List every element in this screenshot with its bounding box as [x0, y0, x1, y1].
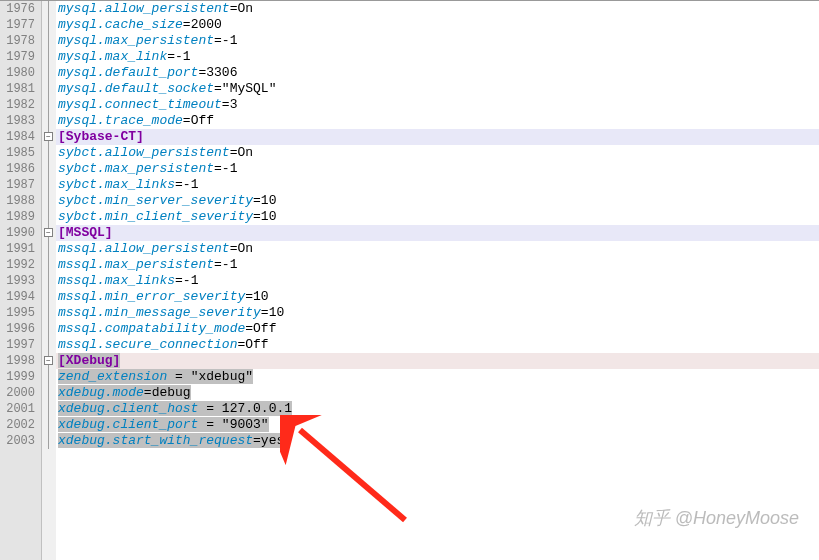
config-value: -1 [183, 177, 199, 192]
config-entry[interactable]: xdebug.start_with_request=yes [56, 433, 819, 449]
config-key: mssql.min_error_severity [58, 289, 245, 304]
config-entry[interactable]: zend_extension = "xdebug" [56, 369, 819, 385]
config-entry[interactable]: xdebug.mode=debug [56, 385, 819, 401]
config-key: sybct.min_server_severity [58, 193, 253, 208]
config-entry[interactable]: xdebug.client_host = 127.0.0.1 [56, 401, 819, 417]
config-key: mssql.max_links [58, 273, 175, 288]
equals-sign: = [253, 433, 261, 448]
config-value: 10 [261, 209, 277, 224]
section-header[interactable]: [MSSQL] [56, 225, 819, 241]
line-number: 1980 [6, 65, 35, 81]
line-number: 2001 [6, 401, 35, 417]
equals-sign: = [245, 321, 253, 336]
code-area[interactable]: mysql.allow_persistent=Onmysql.cache_siz… [56, 1, 819, 560]
equals-sign: = [214, 257, 222, 272]
config-key: mysql.allow_persistent [58, 1, 230, 16]
config-entry[interactable]: mysql.default_socket="MySQL" [56, 81, 819, 97]
line-number: 1976 [6, 1, 35, 17]
line-number: 1990 [6, 225, 35, 241]
config-key: sybct.max_links [58, 177, 175, 192]
equals-sign: = [167, 369, 190, 384]
line-number: 1997 [6, 337, 35, 353]
line-number: 1977 [6, 17, 35, 33]
config-entry[interactable]: mysql.trace_mode=Off [56, 113, 819, 129]
line-number: 1996 [6, 321, 35, 337]
config-entry[interactable]: sybct.min_server_severity=10 [56, 193, 819, 209]
line-number: 1982 [6, 97, 35, 113]
config-value: -1 [222, 257, 238, 272]
equals-sign: = [175, 177, 183, 192]
fold-toggle-icon[interactable]: − [44, 228, 53, 237]
config-entry[interactable]: sybct.max_links=-1 [56, 177, 819, 193]
section-name: [Sybase-CT] [58, 129, 144, 144]
config-entry[interactable]: mssql.allow_persistent=On [56, 241, 819, 257]
config-entry[interactable]: mssql.min_message_severity=10 [56, 305, 819, 321]
line-number: 1999 [6, 369, 35, 385]
equals-sign: = [245, 289, 253, 304]
config-entry[interactable]: sybct.allow_persistent=On [56, 145, 819, 161]
config-value: On [237, 241, 253, 256]
fold-toggle-icon[interactable]: − [44, 132, 53, 141]
config-entry[interactable]: mssql.min_error_severity=10 [56, 289, 819, 305]
config-entry[interactable]: mssql.compatability_mode=Off [56, 321, 819, 337]
config-key: mysql.connect_timeout [58, 97, 222, 112]
blank-line [56, 465, 819, 481]
config-entry[interactable]: mysql.allow_persistent=On [56, 1, 819, 17]
config-key: mysql.max_link [58, 49, 167, 64]
line-number: 1986 [6, 161, 35, 177]
config-entry[interactable]: mysql.connect_timeout=3 [56, 97, 819, 113]
equals-sign: = [214, 81, 222, 96]
equals-sign: = [144, 385, 152, 400]
config-entry[interactable]: xdebug.client_port = "9003" [56, 417, 819, 433]
config-value: Off [245, 337, 268, 352]
config-value: yes [261, 433, 284, 448]
section-header[interactable]: [Sybase-CT] [56, 129, 819, 145]
code-editor[interactable]: 1976197719781979198019811982198319841985… [0, 0, 819, 560]
blank-line [56, 497, 819, 513]
equals-sign: = [198, 417, 221, 432]
config-entry[interactable]: sybct.max_persistent=-1 [56, 161, 819, 177]
line-number: 1995 [6, 305, 35, 321]
config-key: xdebug.client_host [58, 401, 198, 416]
config-entry[interactable]: mysql.max_persistent=-1 [56, 33, 819, 49]
config-value: -1 [175, 49, 191, 64]
config-key: xdebug.client_port [58, 417, 198, 432]
equals-sign: = [183, 17, 191, 32]
config-key: mssql.allow_persistent [58, 241, 230, 256]
config-key: mysql.cache_size [58, 17, 183, 32]
config-value: -1 [222, 161, 238, 176]
config-entry[interactable]: mysql.max_link=-1 [56, 49, 819, 65]
config-entry[interactable]: mysql.default_port=3306 [56, 65, 819, 81]
equals-sign: = [214, 161, 222, 176]
config-key: sybct.allow_persistent [58, 145, 230, 160]
config-value: "MySQL" [222, 81, 277, 96]
config-value: "xdebug" [191, 369, 253, 384]
config-key: mysql.default_port [58, 65, 198, 80]
section-name: [MSSQL] [58, 225, 113, 240]
config-key: mysql.max_persistent [58, 33, 214, 48]
line-number: 1981 [6, 81, 35, 97]
line-number: 2000 [6, 385, 35, 401]
blank-line [56, 529, 819, 545]
config-entry[interactable]: mssql.secure_connection=Off [56, 337, 819, 353]
config-entry[interactable]: mssql.max_persistent=-1 [56, 257, 819, 273]
line-number: 1992 [6, 257, 35, 273]
line-number: 1988 [6, 193, 35, 209]
config-entry[interactable]: mssql.max_links=-1 [56, 273, 819, 289]
config-key: xdebug.mode [58, 385, 144, 400]
section-name: [XDebug] [58, 353, 120, 368]
config-value: debug [152, 385, 191, 400]
config-value: 10 [261, 193, 277, 208]
config-value: On [237, 1, 253, 16]
config-value: "9003" [222, 417, 269, 432]
config-entry[interactable]: sybct.min_client_severity=10 [56, 209, 819, 225]
fold-column[interactable]: −−− [42, 1, 56, 560]
config-entry[interactable]: mysql.cache_size=2000 [56, 17, 819, 33]
config-value: 2000 [191, 17, 222, 32]
line-number: 1991 [6, 241, 35, 257]
fold-toggle-icon[interactable]: − [44, 356, 53, 365]
section-header[interactable]: [XDebug] [56, 353, 819, 369]
config-key: mssql.max_persistent [58, 257, 214, 272]
line-number-gutter: 1976197719781979198019811982198319841985… [0, 1, 42, 560]
config-value: -1 [183, 273, 199, 288]
